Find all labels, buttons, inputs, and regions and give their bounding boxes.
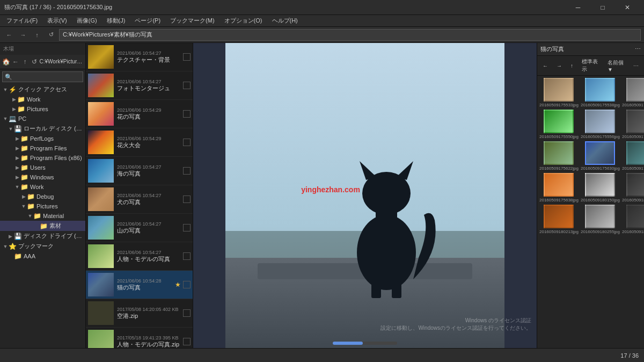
file-item[interactable]: 2017/05/18 19:41:23 395 KB人物・モデルの写真.zip <box>86 328 193 348</box>
tree-item-quick-access[interactable]: ▼ ⚡ クイック アクセス <box>0 84 85 95</box>
tree-item-sozai[interactable]: 📁 素材 <box>0 221 85 231</box>
thumbnail-item[interactable]: 20160509180255jpg <box>581 205 620 234</box>
forward-button[interactable]: → <box>17 29 29 41</box>
file-checkbox[interactable] <box>183 110 191 118</box>
thumbnail-item[interactable]: 20160509175550jpg <box>539 110 579 139</box>
maximize-button[interactable]: □ <box>590 0 615 15</box>
tree-item-work[interactable]: ▶ 📁 Work <box>0 95 85 104</box>
thumbnail-item[interactable]: 20160509175630jpg <box>581 141 620 171</box>
more-options-icon[interactable]: ⋯ <box>635 46 641 53</box>
tree-arrow: ▼ <box>8 126 14 132</box>
thumbnail-item[interactable]: 20160509175606jpg <box>622 110 644 139</box>
tree-label: Program Files (x86) <box>30 155 82 161</box>
tree-refresh-button[interactable]: ↺ <box>30 56 38 67</box>
file-item[interactable]: 2021/06/06 10:54:29花火大会 <box>86 128 193 157</box>
thumbnail-label: 20160509180204jpg <box>622 198 644 202</box>
tree-item-debug[interactable]: ▶ 📁 Debug <box>0 192 85 201</box>
file-checkbox[interactable] <box>183 309 191 317</box>
back-button[interactable]: ← <box>3 29 15 41</box>
file-date: 2021/06/06 10:54:27 <box>117 250 181 255</box>
tree-item-windows[interactable]: ▶ 📁 Windows <box>0 172 85 182</box>
menu-item-o[interactable]: オプション(O) <box>220 16 267 26</box>
tree-label: ローカル ディスク (C:) <box>24 125 83 133</box>
file-checkbox[interactable] <box>183 338 191 345</box>
thumbnail-image <box>585 173 615 197</box>
thumbnail-image <box>585 78 615 102</box>
thumbnail-item[interactable]: 20160509180213jpg <box>539 205 579 234</box>
file-checkbox[interactable] <box>183 139 191 146</box>
menu-item-g[interactable]: 画像(G) <box>72 16 101 26</box>
file-item[interactable]: 2017/05/08 14:20:05 402 KB空港.zip <box>86 299 193 328</box>
file-checkbox[interactable] <box>183 82 191 89</box>
file-item[interactable]: 2021/06/06 10:54:27犬の写真 <box>86 185 193 214</box>
refresh-button[interactable]: ↺ <box>45 29 57 41</box>
file-item[interactable]: 2021/06/06 10:54:27山の写真 <box>86 214 193 242</box>
tree-item-material[interactable]: ▼ 📁 Material <box>0 211 85 221</box>
menu-item-m[interactable]: ブックマーク(M) <box>166 16 219 26</box>
view-mode-name[interactable]: 名前個▼ <box>604 58 628 74</box>
rpt-up-button[interactable]: ↑ <box>567 62 576 70</box>
tree-item-program-files-x86[interactable]: ▶ 📁 Program Files (x86) <box>0 153 85 163</box>
tree-item-perflogs[interactable]: ▶ 📁 PerfLogs <box>0 134 85 143</box>
thumbnail-label: 20160509180150jpg <box>581 198 620 202</box>
file-checkbox[interactable] <box>183 196 191 203</box>
thumbnail-item[interactable]: 20160509175634jpg <box>622 141 644 171</box>
more-icon[interactable]: ⋯ <box>630 62 642 70</box>
home-icon[interactable]: 🏠 <box>2 56 10 67</box>
view-mode-standard[interactable]: 標準表示 <box>579 57 602 74</box>
file-checkbox[interactable] <box>183 252 191 260</box>
tree-label: ディスク ドライブ (D:) <box>24 232 83 240</box>
rpt-back-button[interactable]: ← <box>539 62 551 70</box>
rpt-forward-button[interactable]: → <box>553 62 565 70</box>
tree-item-pictures[interactable]: ▶ 📁 Pictures <box>0 104 85 114</box>
tree-item-pictures2[interactable]: ▼ 📁 Pictures <box>0 201 85 211</box>
tree-up-button[interactable]: ↑ <box>21 56 29 67</box>
file-item[interactable]: 2021/06/06 10:54:27フォトモンタージュ <box>86 71 193 100</box>
tree-item-pc[interactable]: ▼ 💻 PC <box>0 114 85 124</box>
thumbnail-item[interactable]: 20160509180204jpg <box>622 173 644 202</box>
file-checkbox[interactable] <box>183 53 191 61</box>
tree-label: ブックマーク <box>18 242 54 250</box>
close-button[interactable]: ✕ <box>615 0 640 15</box>
thumbnail-item[interactable]: 20160509175638jpg <box>539 173 579 202</box>
search-input[interactable] <box>14 74 80 80</box>
thumbnail-item[interactable]: 20160509175622jpg <box>539 141 579 171</box>
tree-item-aaa[interactable]: 📁 AAA <box>0 251 85 261</box>
menu-item-f[interactable]: ファイル(F) <box>2 16 42 26</box>
thumbnail-image <box>544 141 574 165</box>
up-button[interactable]: ↑ <box>31 29 43 41</box>
file-item[interactable]: 2021/06/06 10:54:27人物・モデルの写真 <box>86 242 193 271</box>
tree-back-button[interactable]: ← <box>11 56 19 67</box>
menu-item-j[interactable]: 移動(J) <box>103 16 130 26</box>
thumbnail-item[interactable]: 20160509175556jpg <box>581 110 620 139</box>
tree-item-disk-d[interactable]: ▶ 💾 ディスク ドライブ (D:) <box>0 231 85 241</box>
search-box[interactable]: 🔍 <box>2 71 83 82</box>
bookmark-icon: ⭐ <box>9 243 17 250</box>
progress-bar-fill <box>333 342 363 345</box>
file-checkbox[interactable] <box>183 224 191 231</box>
file-item[interactable]: 2021/06/06 10:54:29花の写真 <box>86 100 193 128</box>
menu-item-v[interactable]: 表示(V) <box>43 16 71 26</box>
address-path[interactable]: C:¥Work¥Pictures¥素材¥猫の写真 <box>59 29 641 41</box>
menu-item-p[interactable]: ページ(P) <box>130 16 165 26</box>
tree-item-users[interactable]: ▶ 📁 Users <box>0 163 85 172</box>
file-checkbox[interactable] <box>183 167 191 175</box>
file-item[interactable]: 2021/06/06 10:54:27テクスチャー・背景 <box>86 43 193 71</box>
file-item[interactable]: 2021/06/06 10:54:28猫の写真★ <box>86 271 193 299</box>
tree-arrow: ▶ <box>11 106 17 112</box>
file-checkbox[interactable] <box>183 281 191 288</box>
thumbnail-item[interactable]: 20160509180313jpg <box>622 205 644 234</box>
image-area[interactable]: yinghezhan.com Windows のライセンス認証 設定に移動し、W… <box>193 43 537 348</box>
thumbnail-item[interactable]: 20160509180150jpg <box>581 173 620 202</box>
tree-arrow: ▶ <box>14 165 20 170</box>
minimize-button[interactable]: ─ <box>566 0 590 15</box>
tree-item-program-files[interactable]: ▶ 📁 Program Files <box>0 143 85 153</box>
menu-item-h[interactable]: ヘルプ(H) <box>268 16 302 26</box>
thumbnail-item[interactable]: 20160509175544jpg <box>622 78 644 107</box>
tree-item-work2[interactable]: ▼ 📁 Work <box>0 182 85 192</box>
tree-item-bookmark[interactable]: ▼ ⭐ ブックマーク <box>0 241 85 251</box>
file-item[interactable]: 2021/06/06 10:54:27海の写真 <box>86 157 193 185</box>
thumbnail-item[interactable]: 20160509175538jpg <box>581 78 620 107</box>
thumbnail-item[interactable]: 20160509175533jpg <box>539 78 579 107</box>
tree-item-local-disk[interactable]: ▼ 💾 ローカル ディスク (C:) <box>0 124 85 134</box>
